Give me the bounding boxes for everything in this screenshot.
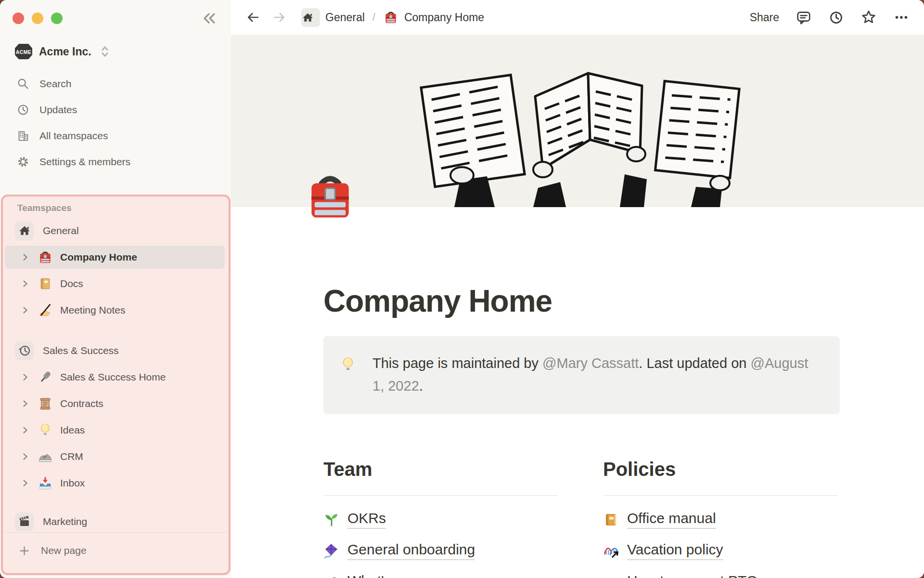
sidebar-item-meeting-notes[interactable]: Meeting Notes (5, 299, 225, 322)
chevron-right-icon[interactable] (20, 252, 30, 263)
page-link-whats-new[interactable]: What's new (323, 566, 557, 578)
chevrons-left-icon (200, 10, 218, 27)
inbox-tray-icon (38, 475, 53, 491)
building-icon (16, 129, 30, 143)
workspace-switcher[interactable]: Acme Inc. (14, 43, 112, 60)
sidebar-item-settings-members[interactable]: Settings & members (4, 151, 226, 172)
comments-icon[interactable] (796, 9, 812, 26)
page-title[interactable]: Company Home (323, 282, 840, 320)
sidebar-item-sales-success[interactable]: Sales & Success (5, 339, 225, 362)
orange-book-icon (603, 512, 619, 528)
page-columns: Team OKRs General onboarding What's new (323, 458, 840, 578)
sidebar-item-updates[interactable]: Updates (4, 99, 226, 120)
sidebar-item-sales-success-home[interactable]: Sales & Success Home (5, 366, 225, 389)
notion-app-window: Acme Inc. Search Updates All teamspaces … (0, 0, 924, 578)
chevron-right-icon[interactable] (20, 398, 30, 409)
sidebar-item-label: Settings & members (39, 156, 130, 168)
sidebar-item-search[interactable]: Search (4, 73, 226, 94)
new-page-button[interactable]: New page (5, 539, 225, 562)
chevron-right-icon[interactable] (20, 451, 30, 462)
chevron-right-icon[interactable] (20, 372, 30, 382)
teamspaces-section-label: Teamspaces (17, 203, 229, 213)
lightbulb-icon (339, 356, 357, 373)
microphone-icon (38, 369, 53, 385)
column-policies: Policies Office manual Vacation policy H… (603, 458, 837, 578)
teamspaces-highlight-region: Teamspaces General Company Home Docs Mee… (1, 195, 231, 575)
house-icon (15, 222, 34, 240)
sidebar-item-marketing[interactable]: Marketing (5, 510, 225, 533)
clock-icon (16, 103, 30, 117)
sidebar-item-ideas[interactable]: Ideas (5, 419, 225, 442)
minimize-window-button[interactable] (32, 13, 43, 24)
sidebar-item-contracts[interactable]: Contracts (5, 392, 225, 415)
cloud-icon (603, 574, 619, 578)
close-window-button[interactable] (13, 13, 24, 24)
chevron-right-icon[interactable] (20, 305, 30, 315)
column-heading: Team (323, 458, 557, 481)
scroll-icon (38, 396, 53, 411)
switcher-chevrons-icon (98, 44, 112, 59)
callout-text: This page is maintained by @Mary Cassatt… (372, 352, 821, 400)
page-content: Company Home This page is maintained by … (231, 282, 840, 578)
sidebar-item-company-home[interactable]: Company Home (5, 246, 225, 269)
sidebar-footer: New page (3, 532, 229, 573)
topbar: General / Company Home Share (231, 0, 924, 35)
back-button[interactable] (245, 10, 261, 25)
rolled-newspaper-icon (323, 574, 340, 578)
clapper-board-icon (15, 512, 34, 531)
divider (603, 495, 837, 496)
divider (323, 495, 557, 496)
chevron-right-icon[interactable] (20, 478, 30, 488)
chevron-right-icon[interactable] (20, 278, 30, 289)
page-icon-toolbox[interactable] (302, 169, 358, 224)
clock-rewind-icon (15, 342, 34, 360)
callout-block[interactable]: This page is maintained by @Mary Cassatt… (323, 336, 840, 414)
sidebar-item-docs[interactable]: Docs (5, 272, 225, 295)
history-clock-icon[interactable] (828, 10, 844, 26)
sneaker-icon (38, 449, 53, 464)
sidebar-item-label: Updates (39, 104, 77, 116)
page-link-office-manual[interactable]: Office manual (603, 504, 837, 535)
chevron-right-icon[interactable] (20, 425, 30, 435)
breadcrumb-item-company-home[interactable]: Company Home (404, 11, 484, 24)
acme-logo-icon (14, 43, 33, 60)
page-link-general-onboarding[interactable]: General onboarding (323, 535, 557, 566)
sidebar-nav: Search Updates All teamspaces Settings &… (0, 73, 231, 177)
zoom-window-button[interactable] (51, 13, 63, 24)
sidebar-item-crm[interactable]: CRM (5, 445, 225, 468)
page-link-vacation-policy[interactable]: Vacation policy (603, 535, 837, 566)
sidebar-item-label: All teamspaces (39, 130, 108, 142)
window-controls (13, 13, 63, 24)
column-heading: Policies (603, 458, 837, 481)
gear-icon (16, 155, 30, 169)
forward-button[interactable] (271, 10, 287, 25)
column-team: Team OKRs General onboarding What's new (323, 458, 557, 578)
page-link-how-to-request-pto[interactable]: How to request PTO (603, 566, 837, 578)
notebook-icon (38, 276, 53, 291)
writing-hand-icon (38, 302, 53, 318)
collapse-sidebar-button[interactable] (199, 9, 218, 28)
main-area: General / Company Home Share (231, 0, 924, 578)
house-icon[interactable] (301, 8, 320, 27)
page-link-okrs[interactable]: OKRs (323, 504, 557, 535)
kite-icon (323, 543, 340, 559)
sidebar-item-label: Search (39, 78, 72, 90)
sidebar: Acme Inc. Search Updates All teamspaces … (0, 0, 231, 578)
share-button[interactable]: Share (750, 11, 779, 24)
toolbox-icon (383, 10, 398, 25)
workspace-name: Acme Inc. (39, 45, 91, 58)
lightbulb-icon (38, 422, 53, 438)
toolbox-icon (38, 250, 53, 265)
mention-mary-cassatt[interactable]: @Mary Cassatt (542, 355, 639, 371)
breadcrumb: General / Company Home (287, 8, 484, 27)
breadcrumb-item-general[interactable]: General (325, 11, 365, 24)
favorite-star-icon[interactable] (860, 9, 877, 26)
roller-coaster-link-icon (603, 543, 619, 559)
sidebar-item-inbox[interactable]: Inbox (5, 472, 225, 495)
newspapers-illustration (414, 66, 751, 207)
breadcrumb-separator: / (372, 11, 375, 24)
sidebar-item-general[interactable]: General (5, 219, 225, 242)
sidebar-item-all-teamspaces[interactable]: All teamspaces (4, 125, 226, 146)
more-options-icon[interactable] (893, 9, 910, 26)
search-icon (16, 77, 30, 91)
